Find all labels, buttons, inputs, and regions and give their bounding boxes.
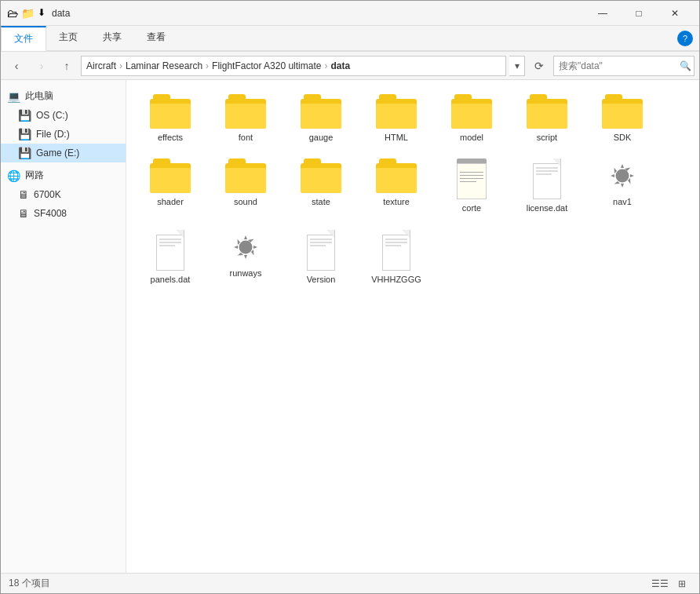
file-item[interactable]: font xyxy=(211,89,280,148)
forward-button[interactable]: › xyxy=(31,55,53,77)
folder-icon xyxy=(527,94,567,129)
file-name: nav1 xyxy=(613,196,632,207)
doc-icon xyxy=(379,230,414,271)
folder-icon xyxy=(225,159,266,193)
tab-view[interactable]: 查看 xyxy=(134,26,178,50)
file-item[interactable]: shader xyxy=(136,154,205,218)
up-button[interactable]: ↑ xyxy=(56,55,78,77)
c-drive-label: OS (C:) xyxy=(36,110,68,121)
refresh-button[interactable]: ⟳ xyxy=(528,56,550,76)
maximize-button[interactable]: □ xyxy=(621,1,657,26)
folder-icon xyxy=(225,94,266,129)
6700k-label: 6700K xyxy=(34,189,61,200)
sep-3: › xyxy=(324,60,327,71)
network-icon: 🌐 xyxy=(7,169,20,182)
close-button[interactable]: ✕ xyxy=(657,1,693,26)
this-pc-icon: 💻 xyxy=(7,90,20,103)
gear-icon xyxy=(605,159,640,193)
file-item[interactable]: script xyxy=(512,89,582,148)
file-item[interactable]: sound xyxy=(211,154,280,218)
sidebar-item-e-drive[interactable]: 💾 Game (E:) xyxy=(1,144,126,162)
file-name: model xyxy=(460,132,483,143)
tab-share[interactable]: 共享 xyxy=(90,26,134,50)
file-item[interactable]: model xyxy=(437,89,506,148)
e-drive-label: Game (E:) xyxy=(36,148,79,159)
file-item[interactable]: Version xyxy=(286,225,355,290)
search-icon: 🔍 xyxy=(680,60,691,71)
sidebar-item-network[interactable]: 🌐 网路 xyxy=(1,166,126,185)
file-name: texture xyxy=(383,196,410,207)
search-bar[interactable]: 🔍 xyxy=(553,56,695,76)
file-item[interactable]: nav1 xyxy=(588,154,657,218)
status-bar: 18 个项目 ☰☰ ⊞ xyxy=(1,573,699,593)
window-icon-3: ⬇ xyxy=(38,7,46,20)
breadcrumb-laminar: Laminar Research xyxy=(126,60,202,71)
ribbon-help-icon[interactable]: ? xyxy=(677,31,693,46)
file-item[interactable]: VHHHZGGG xyxy=(362,225,431,290)
folder-icon xyxy=(602,94,643,129)
folder-icon xyxy=(150,159,191,193)
main-content: 💻 此电脑 💾 OS (C:) 💾 File (D:) 💾 Game (E:) xyxy=(1,80,699,573)
grid-view-button[interactable]: ⊞ xyxy=(673,576,691,592)
sidebar-item-c-drive[interactable]: 💾 OS (C:) xyxy=(1,106,126,125)
sidebar-section-network: 🌐 网路 🖥 6700K 🖥 SF4008 xyxy=(1,166,126,223)
file-name: runways xyxy=(230,268,262,279)
doc-icon xyxy=(530,159,564,199)
tab-home[interactable]: 主页 xyxy=(46,26,90,50)
breadcrumb-dropdown[interactable]: ▾ xyxy=(509,56,525,76)
folder-icon xyxy=(376,94,417,129)
file-name: VHHHZGGG xyxy=(371,274,421,285)
6700k-icon: 🖥 xyxy=(18,188,29,201)
view-toggles: ☰☰ ⊞ xyxy=(651,576,691,592)
folder-icon xyxy=(301,159,341,193)
d-drive-label: File (D:) xyxy=(36,129,70,140)
sidebar-item-d-drive[interactable]: 💾 File (D:) xyxy=(1,125,126,144)
file-item[interactable]: effects xyxy=(136,89,205,148)
file-item[interactable]: panels.dat xyxy=(136,225,205,290)
file-name: corte xyxy=(462,202,481,213)
network-label: 网路 xyxy=(25,169,44,182)
sidebar-item-6700k[interactable]: 🖥 6700K xyxy=(1,185,126,204)
address-bar: ‹ › ↑ Aircraft › Laminar Research › Flig… xyxy=(1,52,699,80)
title-buttons: — □ ✕ xyxy=(585,1,693,26)
file-name: panels.dat xyxy=(151,274,191,285)
list-view-button[interactable]: ☰☰ xyxy=(651,576,669,592)
sidebar: 💻 此电脑 💾 OS (C:) 💾 File (D:) 💾 Game (E:) xyxy=(1,80,126,573)
doc-icon xyxy=(304,230,338,271)
file-name: state xyxy=(312,196,330,207)
e-drive-icon: 💾 xyxy=(18,147,31,159)
sidebar-item-sf4008[interactable]: 🖥 SF4008 xyxy=(1,204,126,223)
gear-icon xyxy=(228,230,263,264)
window-icon-2: 📁 xyxy=(21,7,35,20)
file-name: font xyxy=(239,132,253,143)
file-item[interactable]: gauge xyxy=(286,89,355,148)
sidebar-section-computer: 💻 此电脑 💾 OS (C:) 💾 File (D:) 💾 Game (E:) xyxy=(1,86,126,162)
file-name: HTML xyxy=(385,132,408,143)
search-input[interactable] xyxy=(559,60,676,71)
folder-icon xyxy=(376,159,417,193)
file-item[interactable]: texture xyxy=(362,154,431,218)
file-name: sound xyxy=(234,196,257,207)
file-name: Version xyxy=(307,274,336,285)
sidebar-item-this-pc[interactable]: 💻 此电脑 xyxy=(1,86,126,106)
sf4008-icon: 🖥 xyxy=(18,207,29,220)
file-name: license.dat xyxy=(527,202,568,213)
file-item[interactable]: runways xyxy=(211,225,280,290)
file-item[interactable]: HTML xyxy=(362,89,431,148)
file-item[interactable]: license.dat xyxy=(512,154,582,218)
breadcrumb-data: data xyxy=(330,60,350,71)
minimize-button[interactable]: — xyxy=(585,1,621,26)
file-item[interactable]: SDK xyxy=(588,89,657,148)
file-item[interactable]: state xyxy=(286,154,355,218)
breadcrumb[interactable]: Aircraft › Laminar Research › FlightFact… xyxy=(81,56,506,76)
window: 🗁 📁 ⬇ data — □ ✕ 文件 主页 共享 查看 ? ‹ › ↑ Air… xyxy=(0,0,700,594)
back-button[interactable]: ‹ xyxy=(5,55,27,77)
d-drive-icon: 💾 xyxy=(18,128,31,140)
notepad-icon xyxy=(454,159,489,199)
title-bar-icons: 🗁 📁 ⬇ xyxy=(7,7,46,20)
tab-file[interactable]: 文件 xyxy=(1,26,46,51)
folder-icon xyxy=(451,94,492,129)
folder-icon xyxy=(150,94,191,129)
sep-2: › xyxy=(206,60,209,71)
file-item[interactable]: corte xyxy=(437,154,506,218)
